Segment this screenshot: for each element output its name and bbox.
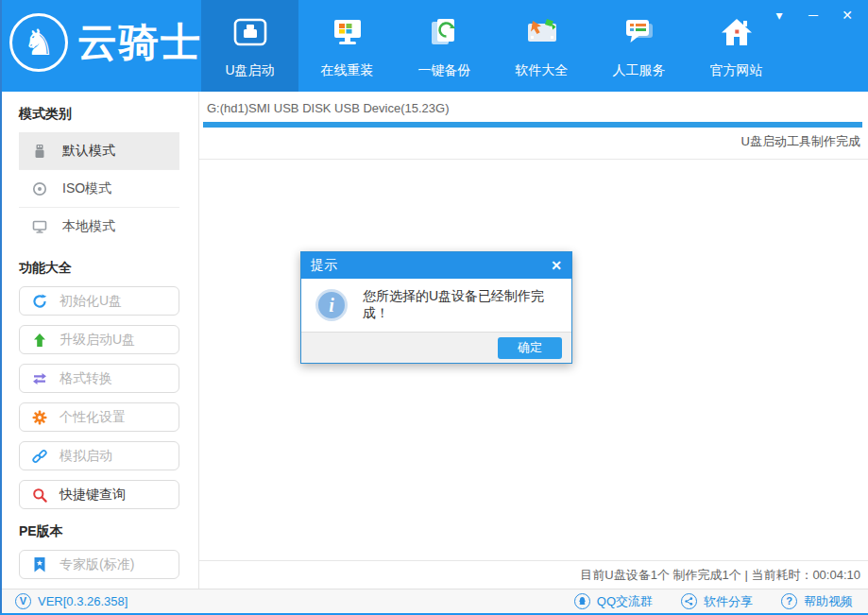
sidebar-button-simulate-boot[interactable]: 模拟启动 (19, 441, 179, 470)
nav-tab-human-service[interactable]: 人工服务 (590, 0, 688, 92)
footer-link-label: 软件分享 (704, 593, 753, 610)
question-icon: ? (781, 593, 797, 609)
app-window: ♞ 云骑士 U盘启动 在线重装 一键备份 (0, 0, 868, 615)
sidebar-button-label: 模拟启动 (60, 448, 112, 465)
window-edge (0, 0, 2, 615)
usb-drive-icon (32, 144, 47, 159)
dialog-close-icon[interactable]: ✕ (551, 258, 562, 273)
sidebar-item-iso-mode[interactable]: ISO模式 (19, 170, 179, 208)
nav-tab-label: 一键备份 (418, 62, 471, 79)
sidebar-button-format-convert[interactable]: 格式转换 (19, 364, 179, 393)
sidebar-button-label: 快捷键查询 (60, 487, 126, 504)
sidebar: 模式类别 默认模式 ISO模式 本地模式 功能大全 初始化U盘 升级启动U盘 (0, 92, 199, 589)
software-board-icon (523, 13, 561, 55)
nav-tab-label: 人工服务 (613, 62, 666, 79)
sidebar-button-label: 格式转换 (60, 370, 112, 387)
sidebar-button-upgrade-usb[interactable]: 升级启动U盘 (19, 325, 179, 354)
nav-tab-usb-boot[interactable]: U盘启动 (201, 0, 298, 92)
progress-caption: U盘启动工具制作完成 (199, 128, 868, 160)
footer-link-qq-group[interactable]: QQ交流群 (574, 593, 653, 610)
magnifier-icon (32, 487, 47, 503)
share-icon (681, 593, 697, 609)
bookmark-icon (32, 557, 47, 572)
mode-section-title: 模式类别 (19, 106, 198, 123)
version-text: VER[0.3.26.358] (38, 594, 128, 608)
nav-tab-one-key-backup[interactable]: 一键备份 (396, 0, 493, 92)
knight-logo-icon: ♞ (9, 13, 68, 72)
sidebar-button-label: 个性化设置 (60, 409, 126, 426)
usb-boot-icon (231, 13, 269, 55)
dialog-titlebar: 提示 ✕ (301, 252, 571, 279)
sidebar-item-local-mode[interactable]: 本地模式 (19, 208, 179, 246)
version-icon: V (15, 593, 31, 609)
version-info[interactable]: V VER[0.3.26.358] (15, 593, 128, 609)
sidebar-button-pe-edition[interactable]: 专家版(标准) (19, 550, 179, 579)
nav-tab-software-collection[interactable]: 软件大全 (493, 0, 590, 92)
sidebar-button-personalize[interactable]: 个性化设置 (19, 402, 179, 432)
minimize-icon[interactable]: ─ (806, 8, 821, 23)
status-text: 目前U盘设备1个 制作完成1个 | 当前耗时：00:04:10 (580, 567, 860, 584)
sidebar-item-label: 默认模式 (62, 143, 115, 160)
info-icon: i (315, 289, 348, 321)
top-nav: U盘启动 在线重装 一键备份 软件大全 (201, 0, 785, 92)
backup-files-icon (426, 13, 464, 55)
menu-dropdown-icon[interactable]: ▾ (772, 8, 787, 23)
nav-tab-label: U盘启动 (225, 62, 274, 79)
dialog-body: i 您所选择的U盘设备已经制作完成！ (301, 279, 571, 332)
up-arrow-icon (32, 333, 47, 348)
monitor-icon (32, 219, 47, 234)
sidebar-button-label: 专家版(标准) (60, 556, 134, 573)
home-icon (718, 13, 756, 55)
gear-icon (32, 410, 47, 425)
nav-tab-official-website[interactable]: 官方网站 (688, 0, 785, 92)
functions-section-title: 功能大全 (19, 260, 198, 277)
device-label: G:(hd1)SMI USB DISK USB Device(15.23G) (199, 92, 868, 115)
dialog-message: 您所选择的U盘设备已经制作完成！ (363, 288, 557, 322)
nav-tab-online-reinstall[interactable]: 在线重装 (298, 0, 396, 92)
nav-tab-label: 在线重装 (321, 62, 374, 79)
app-title: 云骑士 (77, 16, 202, 69)
dialog-title: 提示 (311, 257, 337, 274)
disc-icon (32, 181, 47, 196)
footer-link-share[interactable]: 软件分享 (681, 593, 753, 610)
dialog-footer: 确定 (301, 332, 571, 363)
status-bar: 目前U盘设备1个 制作完成1个 | 当前耗时：00:04:10 (199, 560, 868, 589)
link-icon (32, 449, 47, 464)
footer-link-label: QQ交流群 (597, 593, 653, 610)
refresh-icon (32, 294, 47, 309)
footer: V VER[0.3.26.358] QQ交流群 软件分享 ? 帮助视频 (0, 589, 868, 615)
footer-link-help-video[interactable]: ? 帮助视频 (781, 593, 853, 610)
sidebar-button-init-usb[interactable]: 初始化U盘 (19, 286, 179, 316)
service-chat-icon (621, 13, 658, 55)
qq-icon (574, 593, 590, 609)
sidebar-button-hotkey-query[interactable]: 快捷键查询 (19, 480, 179, 509)
footer-link-label: 帮助视频 (804, 593, 853, 610)
footer-links: QQ交流群 软件分享 ? 帮助视频 (574, 593, 853, 610)
header: ♞ 云骑士 U盘启动 在线重装 一键备份 (0, 0, 868, 92)
ok-button[interactable]: 确定 (498, 337, 562, 359)
app-logo: ♞ 云骑士 (9, 13, 202, 72)
sidebar-item-label: 本地模式 (62, 218, 115, 235)
nav-tab-label: 官方网站 (710, 62, 763, 79)
sidebar-item-default-mode[interactable]: 默认模式 (19, 132, 179, 170)
pe-section-title: PE版本 (19, 523, 198, 540)
window-controls: ▾ ─ ✕ (772, 8, 855, 23)
nav-tab-label: 软件大全 (516, 62, 569, 79)
alert-dialog: 提示 ✕ i 您所选择的U盘设备已经制作完成！ 确定 (300, 251, 572, 364)
sidebar-item-label: ISO模式 (62, 180, 111, 197)
swap-arrows-icon (32, 371, 47, 386)
close-icon[interactable]: ✕ (840, 8, 855, 23)
mode-list: 默认模式 ISO模式 本地模式 (19, 132, 179, 246)
sidebar-button-label: 升级启动U盘 (60, 332, 135, 349)
reinstall-monitor-icon (329, 13, 366, 55)
sidebar-button-label: 初始化U盘 (60, 293, 122, 310)
